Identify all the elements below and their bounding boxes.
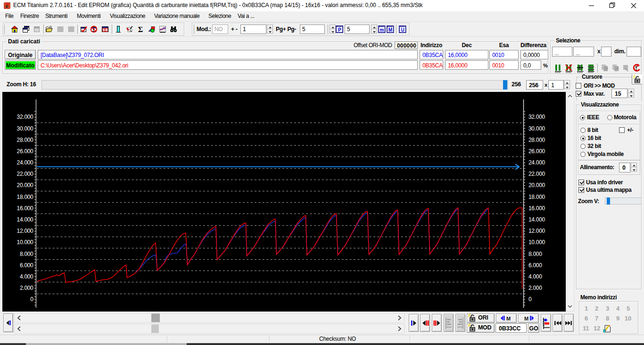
svg-text:M: M [524, 316, 528, 321]
svg-text:6.000: 6.000 [20, 262, 33, 269]
svg-text:12.000: 12.000 [528, 228, 545, 234]
svg-text:30.000: 30.000 [528, 125, 545, 132]
svg-text:26.000: 26.000 [17, 148, 34, 155]
svg-text:20.000: 20.000 [528, 182, 545, 189]
svg-text:0: 0 [528, 296, 532, 303]
svg-text:2.000: 2.000 [528, 285, 542, 291]
svg-text:2.000: 2.000 [20, 285, 33, 291]
svg-text:14.000: 14.000 [17, 216, 34, 223]
svg-text:m: m [380, 27, 384, 33]
svg-text:16.000: 16.000 [528, 205, 545, 212]
svg-text:16.000: 16.000 [17, 205, 34, 212]
svg-text:28.000: 28.000 [528, 137, 545, 143]
svg-text:26.000: 26.000 [528, 148, 545, 155]
svg-text:M: M [388, 27, 392, 33]
svg-text:10.000: 10.000 [528, 239, 545, 246]
svg-text:32.000: 32.000 [528, 114, 545, 120]
svg-text:28.000: 28.000 [17, 137, 34, 143]
svg-text:18.000: 18.000 [17, 194, 34, 200]
svg-text:0: 0 [104, 27, 106, 33]
svg-text:30.000: 30.000 [17, 125, 34, 132]
svg-text:4.000: 4.000 [20, 273, 33, 280]
svg-text:M: M [506, 316, 511, 321]
svg-text:14.000: 14.000 [528, 216, 545, 223]
svg-text:24.000: 24.000 [528, 159, 545, 166]
svg-text:10.000: 10.000 [17, 239, 34, 246]
svg-text:4.000: 4.000 [528, 273, 542, 280]
svg-text:Σ: Σ [138, 25, 143, 33]
svg-text:12.000: 12.000 [17, 228, 34, 234]
svg-text:18.000: 18.000 [528, 194, 545, 200]
svg-text:P: P [338, 27, 341, 33]
svg-text:24.000: 24.000 [17, 159, 34, 166]
svg-text:U: U [401, 27, 404, 33]
svg-text:22.000: 22.000 [528, 171, 545, 177]
svg-text:22.000: 22.000 [17, 171, 34, 177]
svg-text:20.000: 20.000 [17, 182, 34, 189]
svg-text:8.000: 8.000 [528, 251, 542, 257]
svg-text:0: 0 [30, 296, 33, 303]
svg-text:32.000: 32.000 [17, 114, 34, 120]
svg-text:6.000: 6.000 [528, 262, 542, 269]
svg-text:8.000: 8.000 [20, 251, 33, 257]
